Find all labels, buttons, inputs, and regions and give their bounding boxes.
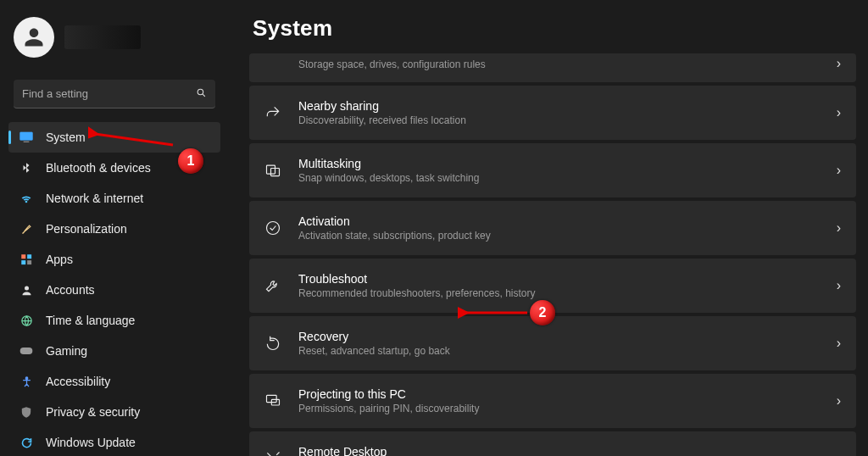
svg-rect-3: [24, 142, 30, 142]
nav-item-system[interactable]: System: [8, 122, 220, 153]
panel-title: Activation: [298, 214, 837, 228]
check-circle-icon: [264, 220, 281, 236]
projecting-icon: [264, 392, 281, 409]
panel-troubleshoot[interactable]: Troubleshoot Recommended troubleshooters…: [249, 259, 856, 313]
main-content: System Storage space, drives, configurat…: [246, 0, 868, 456]
search-icon: [196, 87, 207, 101]
panel-desc: Storage space, drives, configuration rul…: [298, 58, 837, 70]
wrench-icon: [264, 277, 281, 294]
svg-rect-7: [27, 260, 31, 264]
nav-item-network[interactable]: Network & internet: [8, 183, 220, 214]
nav-item-apps[interactable]: Apps: [8, 244, 220, 275]
nav-item-accessibility[interactable]: Accessibility: [8, 366, 220, 397]
panel-projecting[interactable]: Projecting to this PC Permissions, pairi…: [249, 374, 856, 428]
chevron-right-icon: ›: [837, 336, 841, 351]
nav-item-windows-update[interactable]: Windows Update: [8, 427, 220, 456]
bluetooth-icon: [19, 160, 34, 175]
nav-label: System: [46, 131, 86, 144]
panel-desc: Activation state, subscriptions, product…: [298, 230, 837, 242]
share-icon: [264, 104, 281, 121]
panel-desc: Permissions, pairing PIN, discoverabilit…: [298, 403, 837, 414]
brush-icon: [19, 221, 34, 236]
panel-title: Troubleshoot: [298, 272, 837, 286]
accessibility-icon: [19, 374, 34, 389]
panel-title: Remote Desktop: [298, 445, 837, 456]
gaming-icon: [19, 343, 34, 359]
svg-point-11: [25, 376, 28, 379]
storage-icon: [264, 55, 281, 72]
svg-point-8: [25, 286, 29, 290]
profile-area[interactable]: [8, 10, 220, 64]
panel-title: Projecting to this PC: [298, 387, 837, 401]
search-input[interactable]: [22, 87, 196, 100]
panel-nearby-sharing[interactable]: Nearby sharing Discoverability, received…: [249, 86, 856, 140]
recovery-icon: [264, 335, 281, 352]
svg-rect-10: [20, 348, 33, 354]
system-icon: [19, 130, 34, 145]
remote-desktop-icon: [264, 450, 281, 456]
sidebar: System Bluetooth & devices Network & int…: [0, 0, 229, 456]
svg-point-0: [198, 89, 203, 95]
svg-rect-6: [21, 260, 25, 264]
svg-point-14: [267, 222, 280, 235]
nav-label: Accessibility: [46, 375, 110, 388]
nav-label: Windows Update: [46, 436, 136, 449]
panel-desc: Recommended troubleshooters, preferences…: [298, 287, 837, 299]
avatar: [14, 17, 54, 58]
page-title: System: [249, 0, 856, 53]
settings-list: Storage space, drives, configuration rul…: [249, 53, 856, 456]
nav-label: Gaming: [46, 344, 87, 358]
nav-label: Accounts: [46, 283, 95, 297]
svg-rect-5: [27, 254, 31, 259]
chevron-right-icon: ›: [837, 105, 841, 120]
panel-multitasking[interactable]: Multitasking Snap windows, desktops, tas…: [249, 143, 856, 197]
chevron-right-icon: ›: [837, 393, 841, 409]
panel-activation[interactable]: Activation Activation state, subscriptio…: [249, 201, 856, 255]
chevron-right-icon: ›: [837, 278, 841, 293]
nav-label: Privacy & security: [46, 405, 140, 419]
search-box[interactable]: [14, 80, 215, 108]
chevron-right-icon: ›: [837, 56, 841, 71]
apps-icon: [19, 252, 34, 267]
chevron-right-icon: ›: [837, 220, 841, 236]
nav-label: Personalization: [46, 222, 127, 236]
profile-name-redacted: [64, 25, 141, 49]
panel-title: Nearby sharing: [298, 99, 837, 113]
globe-icon: [19, 313, 34, 328]
svg-rect-4: [21, 254, 25, 259]
nav-item-bluetooth[interactable]: Bluetooth & devices: [8, 153, 220, 183]
panel-desc: Snap windows, desktops, task switching: [298, 172, 837, 184]
svg-rect-2: [20, 132, 33, 140]
chevron-right-icon: ›: [837, 451, 841, 456]
nav-label: Network & internet: [46, 192, 143, 205]
nav-label: Apps: [46, 253, 73, 266]
shield-icon: [19, 404, 34, 420]
panel-recovery[interactable]: Recovery Reset, advanced startup, go bac…: [249, 316, 856, 370]
nav-item-privacy[interactable]: Privacy & security: [8, 397, 220, 427]
accounts-icon: [19, 282, 34, 298]
nav-item-personalization[interactable]: Personalization: [8, 214, 220, 244]
multitasking-icon: [264, 162, 281, 179]
panel-title: Recovery: [298, 330, 837, 343]
nav-list: System Bluetooth & devices Network & int…: [8, 122, 220, 456]
svg-line-1: [203, 94, 205, 97]
wifi-icon: [19, 191, 34, 206]
panel-desc: Reset, advanced startup, go back: [298, 345, 837, 357]
panel-desc: Discoverability, received files location: [298, 114, 837, 126]
nav-item-time-language[interactable]: Time & language: [8, 305, 220, 336]
nav-label: Time & language: [46, 314, 135, 327]
nav-item-gaming[interactable]: Gaming: [8, 336, 220, 366]
panel-title: Multitasking: [298, 157, 837, 170]
update-icon: [19, 435, 34, 450]
nav-item-accounts[interactable]: Accounts: [8, 275, 220, 305]
nav-label: Bluetooth & devices: [46, 161, 151, 175]
chevron-right-icon: ›: [837, 163, 841, 178]
panel-remote-desktop[interactable]: Remote Desktop Remote Desktop users, con…: [249, 431, 856, 456]
panel-storage[interactable]: Storage space, drives, configuration rul…: [249, 53, 856, 82]
